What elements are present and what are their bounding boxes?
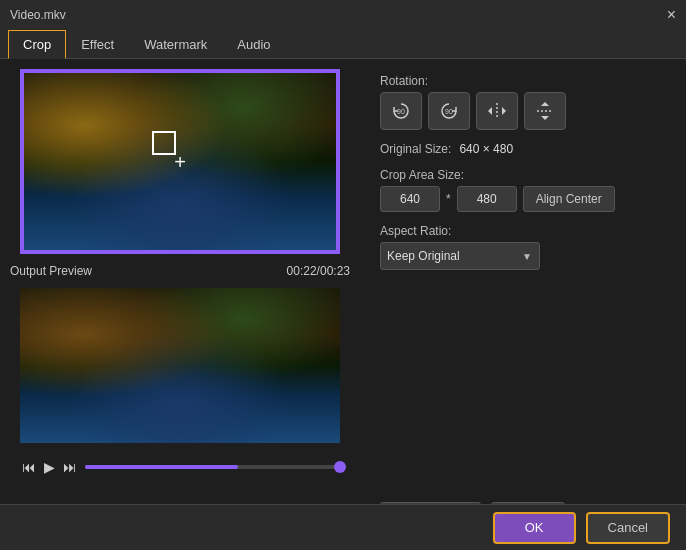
rotation-label: Rotation: <box>380 74 666 88</box>
rotate-ccw-button[interactable]: 90 <box>380 92 422 130</box>
crosshair-icon: + <box>174 150 186 173</box>
window-title: Video.mkv <box>10 8 66 22</box>
crop-area-section: Crop Area Size: * Align Center <box>380 168 666 212</box>
progress-bar[interactable] <box>85 465 340 469</box>
output-preview-label: Output Preview <box>10 264 92 278</box>
right-panel: Rotation: 90 90 <box>360 59 686 545</box>
bottom-bar: OK Cancel <box>0 504 686 550</box>
source-preview: + <box>20 69 340 254</box>
flip-vertical-button[interactable] <box>524 92 566 130</box>
crop-height-input[interactable] <box>457 186 517 212</box>
ok-button[interactable]: OK <box>493 512 576 544</box>
tab-bar: Crop Effect Watermark Audio <box>0 30 686 59</box>
tab-watermark[interactable]: Watermark <box>129 30 222 59</box>
aspect-ratio-section: Aspect Ratio: Keep Original 16:9 4:3 1:1… <box>380 224 666 270</box>
aspect-ratio-wrapper: Keep Original 16:9 4:3 1:1 9:16 ▼ <box>380 242 540 270</box>
output-preview-container <box>20 288 340 443</box>
prev-frame-button[interactable]: ⏮ <box>20 457 38 477</box>
cancel-button[interactable]: Cancel <box>586 512 670 544</box>
svg-text:90: 90 <box>445 108 453 115</box>
progress-fill <box>85 465 238 469</box>
next-frame-button[interactable]: ⏭ <box>61 457 79 477</box>
svg-text:90: 90 <box>397 108 405 115</box>
tab-crop[interactable]: Crop <box>8 30 66 59</box>
title-bar: Video.mkv × <box>0 0 686 30</box>
crop-area-inputs: * Align Center <box>380 186 666 212</box>
aspect-ratio-label: Aspect Ratio: <box>380 224 666 238</box>
play-button[interactable]: ▶ <box>42 457 57 477</box>
original-size-label: Original Size: <box>380 142 451 156</box>
flip-horizontal-button[interactable] <box>476 92 518 130</box>
align-center-button[interactable]: Align Center <box>523 186 615 212</box>
original-size-section: Original Size: 640 × 480 <box>380 142 666 156</box>
crop-border <box>22 71 338 252</box>
crop-separator: * <box>446 192 451 206</box>
tab-effect[interactable]: Effect <box>66 30 129 59</box>
main-content: + Output Preview 00:22/00:23 ⏮ ▶ ⏭ <box>0 59 686 545</box>
crop-area-label: Crop Area Size: <box>380 168 666 182</box>
output-preview-time: 00:22/00:23 <box>287 264 350 278</box>
progress-thumb <box>334 461 346 473</box>
output-preview-header: Output Preview 00:22/00:23 <box>10 262 350 280</box>
crop-width-input[interactable] <box>380 186 440 212</box>
playback-controls: ⏮ ▶ ⏭ <box>20 457 79 477</box>
playback-bar: ⏮ ▶ ⏭ <box>20 457 340 477</box>
source-preview-image: + <box>22 71 338 252</box>
rotation-buttons: 90 90 <box>380 92 666 130</box>
rotation-section: Rotation: 90 90 <box>380 74 666 130</box>
tab-audio[interactable]: Audio <box>222 30 285 59</box>
output-preview-image <box>20 288 340 443</box>
close-button[interactable]: × <box>667 7 676 23</box>
aspect-ratio-select[interactable]: Keep Original 16:9 4:3 1:1 9:16 <box>380 242 540 270</box>
rotate-cw-button[interactable]: 90 <box>428 92 470 130</box>
left-panel: + Output Preview 00:22/00:23 ⏮ ▶ ⏭ <box>0 59 360 545</box>
original-size-value: 640 × 480 <box>459 142 513 156</box>
